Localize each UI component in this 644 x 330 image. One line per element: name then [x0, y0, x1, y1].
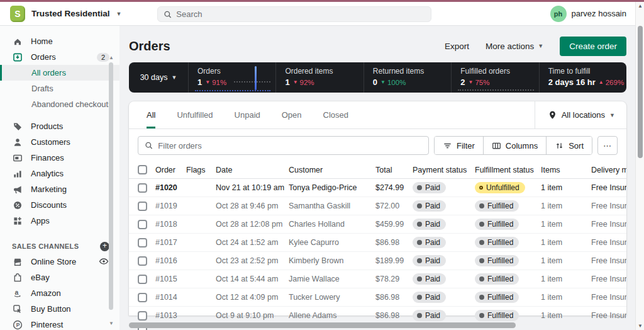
orders-card: All Unfulfilled Unpaid Open Closed All l… — [129, 101, 626, 316]
scroll-down-icon[interactable]: ▼ — [638, 323, 643, 329]
finances-icon — [12, 152, 23, 163]
more-options-button[interactable]: ⋯ — [597, 136, 618, 155]
shopify-logo-icon: S — [10, 6, 25, 22]
stat-card-orders[interactable]: Orders 1 ▼91% — [189, 62, 276, 93]
user-menu[interactable]: ph parvez hossain — [550, 6, 631, 22]
sidebar-item-buy-button[interactable]: Buy Button — [0, 301, 119, 317]
row-checkbox[interactable] — [138, 293, 147, 302]
user-name: parvez hossain — [572, 9, 626, 18]
search-icon — [164, 10, 172, 19]
filter-icon — [443, 141, 452, 151]
table-row[interactable]: #1019 Oct 28 at 9:46 pm Samantha Gaskill… — [129, 197, 626, 215]
sidebar-item-amazon[interactable]: a Amazon — [0, 285, 119, 301]
table-row[interactable]: #1018 Oct 28 at 12:08 pm Charles Holland… — [129, 215, 626, 234]
row-checkbox[interactable] — [138, 311, 147, 321]
tab-unpaid[interactable]: Unpaid — [235, 101, 260, 128]
date-range-selector[interactable]: 30 days ▼ — [129, 62, 189, 93]
sidebar-item-home[interactable]: Home — [0, 33, 119, 49]
apps-icon — [12, 215, 23, 226]
sort-button[interactable]: Sort — [547, 137, 592, 154]
sidebar-item-orders[interactable]: Orders 2 — [0, 49, 119, 65]
tab-open[interactable]: Open — [282, 101, 302, 128]
bag-icon — [12, 272, 23, 283]
global-search[interactable] — [157, 6, 431, 22]
filter-orders-input[interactable] — [158, 141, 422, 151]
stat-card-ordered-items[interactable]: Ordered items 1 ▼92% — [276, 62, 364, 93]
create-order-button[interactable]: Create order — [560, 37, 626, 56]
payment-status-badge: Paid — [413, 237, 446, 248]
sparkline — [458, 89, 533, 91]
stat-card-time-to-fulfill[interactable]: Time to fulfill 2 days 16 hr ▲269% — [540, 62, 626, 93]
sidebar-item-ebay[interactable]: eBay — [0, 270, 119, 285]
sidebar-item-all-orders[interactable]: All orders — [0, 65, 119, 81]
add-sales-channel-button[interactable]: + — [100, 242, 109, 251]
fulfillment-status-badge: Fulfilled — [475, 237, 519, 248]
sidebar-item-drafts[interactable]: Drafts — [0, 81, 119, 96]
sidebar-item-apps[interactable]: Apps — [0, 213, 119, 229]
filter-orders-input-wrap[interactable] — [138, 136, 429, 155]
delta-down: ▼75% — [468, 79, 489, 86]
sidebar-item-abandoned-checkouts[interactable]: Abandoned checkouts — [0, 96, 119, 112]
eye-icon[interactable] — [99, 256, 109, 267]
sidebar-item-discounts[interactable]: Discounts — [0, 197, 119, 213]
more-actions-button[interactable]: More actions ▼ — [486, 42, 543, 51]
stat-card-returned-items[interactable]: Returned items 0 ▼100% — [364, 62, 452, 93]
sales-channels-header: SALES CHANNELS + — [0, 239, 119, 254]
row-checkbox[interactable] — [138, 238, 147, 248]
row-checkbox[interactable] — [138, 220, 147, 229]
sidebar-item-marketing[interactable]: Marketing — [0, 181, 119, 197]
chevron-down-icon: ▼ — [609, 112, 615, 118]
discount-icon — [12, 200, 23, 210]
table-row[interactable]: #1014 Oct 12 at 4:09 pm Tucker Lowery $8… — [129, 288, 626, 307]
delta-down: ▼92% — [293, 79, 314, 86]
table-row[interactable]: #1017 Oct 24 at 1:52 am Kylee Capurro $8… — [129, 234, 626, 252]
row-checkbox[interactable] — [138, 256, 147, 266]
storefront-icon — [12, 256, 23, 267]
filter-button[interactable]: Filter — [435, 137, 484, 154]
fulfillment-status-badge: Unfulfilled — [475, 182, 525, 193]
horizontal-scrollbar-thumb[interactable] — [129, 322, 516, 328]
select-all-checkbox[interactable] — [138, 165, 147, 174]
sidebar-item-analytics[interactable]: Analytics — [0, 166, 119, 181]
row-checkbox[interactable] — [138, 183, 147, 193]
tab-unfulfilled[interactable]: Unfulfilled — [177, 101, 213, 128]
svg-text:a: a — [14, 288, 18, 296]
fulfillment-status-badge: Fulfilled — [475, 200, 519, 212]
fulfillment-status-badge: Fulfilled — [475, 310, 519, 321]
columns-button[interactable]: Columns — [484, 137, 547, 154]
sidebar-item-pinterest[interactable]: P Pinterest — [0, 317, 119, 330]
vertical-scrollbar-thumb[interactable] — [638, 26, 643, 158]
locations-selector[interactable]: All locations ▼ — [535, 101, 626, 128]
store-switcher[interactable]: S Trusted Residential ▼ — [10, 6, 121, 22]
table-row[interactable]: #1020 Nov 21 at 10:19 am Tonya Pedigo-Pr… — [129, 179, 626, 197]
payment-status-badge: Paid — [413, 219, 446, 230]
amazon-icon: a — [12, 288, 23, 299]
scroll-up-icon[interactable]: ▲ — [638, 3, 643, 9]
chevron-down-icon: ▼ — [538, 43, 543, 49]
page-title: Orders — [129, 39, 170, 54]
sidebar-item-online-store[interactable]: Online Store — [0, 254, 119, 270]
sidebar-item-customers[interactable]: Customers — [0, 134, 119, 150]
table-row[interactable]: #1015 Oct 14 at 5:44 am Jamie Wallace $7… — [129, 270, 626, 288]
tab-all[interactable]: All — [147, 101, 155, 128]
orders-icon — [12, 52, 23, 62]
tab-closed[interactable]: Closed — [323, 101, 348, 128]
sidebar-scroll-down-icon[interactable]: ▼ — [109, 321, 114, 326]
main-content: Orders Export More actions ▼ Create orde… — [119, 26, 644, 330]
table-row[interactable]: #1016 Oct 23 at 2:52 pm Kimberly Brown $… — [129, 252, 626, 270]
location-pin-icon — [548, 110, 557, 120]
svg-text:P: P — [16, 322, 19, 328]
payment-status-badge: Paid — [413, 292, 446, 303]
avatar: ph — [550, 6, 567, 22]
row-checkbox[interactable] — [138, 275, 147, 284]
export-button[interactable]: Export — [445, 42, 469, 51]
payment-status-badge: Paid — [413, 310, 446, 321]
stat-card-fulfilled-orders[interactable]: Fulfilled orders 2 ▼75% — [452, 62, 539, 93]
sidebar-item-products[interactable]: Products — [0, 118, 119, 134]
payment-status-badge: Paid — [413, 273, 446, 285]
sidebar: Home Orders 2 All orders Drafts Abandone… — [0, 26, 119, 330]
sidebar-scrollbar-thumb[interactable] — [109, 62, 113, 310]
sidebar-item-finances[interactable]: Finances — [0, 150, 119, 166]
row-checkbox[interactable] — [138, 202, 147, 211]
global-search-input[interactable] — [176, 9, 425, 19]
